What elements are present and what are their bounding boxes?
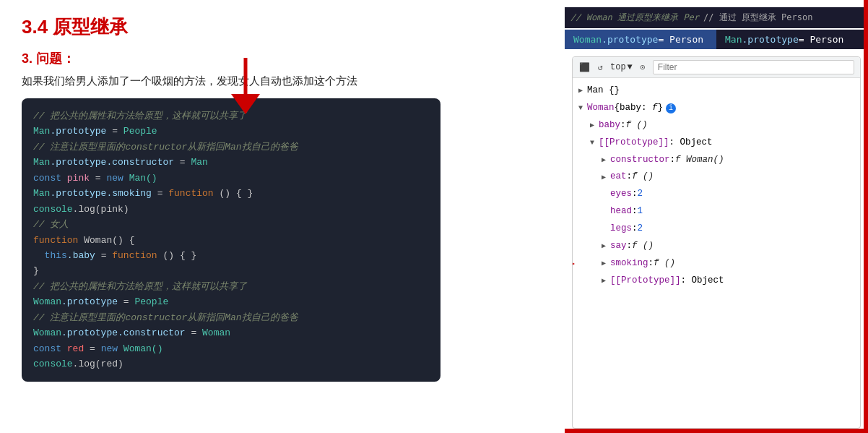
main-container: 3.4 原型继承 3. 问题： 如果我们给男人添加了一个吸烟的方法，发现女人自动… bbox=[0, 0, 868, 433]
proto-man-dot: .prototype bbox=[742, 34, 798, 45]
prototype-outer-colon: : Object bbox=[669, 135, 713, 151]
legs-colon: : bbox=[632, 221, 638, 237]
code-line-6: Man.prototype.smoking = function () { } bbox=[33, 186, 429, 201]
prototype-inner-row[interactable]: [[Prototype]] : Object bbox=[578, 273, 854, 290]
constructor-row[interactable]: constructor : f Woman() bbox=[578, 152, 854, 169]
smoking-key: smoking bbox=[610, 256, 648, 272]
prototype-inner-colon: : Object bbox=[681, 273, 724, 289]
smoking-row[interactable]: smoking : f () bbox=[578, 255, 854, 273]
head-row: head : 1 bbox=[578, 203, 854, 220]
smoking-triangle[interactable] bbox=[602, 257, 610, 270]
head-key: head bbox=[610, 204, 632, 220]
prototype-outer-triangle[interactable] bbox=[590, 137, 599, 150]
head-value: 1 bbox=[638, 204, 643, 220]
prototype-outer-key: [[Prototype]] bbox=[599, 135, 669, 151]
proto-woman-assign: Woman.prototype = Person bbox=[565, 30, 716, 49]
baby-key: baby bbox=[599, 118, 620, 134]
baby-row[interactable]: baby : f () bbox=[578, 117, 854, 134]
code-line-16: const red = new Woman() bbox=[33, 341, 429, 356]
proto-assign-bar: Woman.prototype = Person Man.prototype =… bbox=[565, 30, 868, 49]
svg-marker-1 bbox=[231, 94, 260, 114]
bottom-red-bar bbox=[565, 429, 868, 433]
devtools-content: Man {} Woman {baby: f} i baby : f () bbox=[573, 78, 860, 294]
proto-man-label: Man bbox=[725, 34, 742, 45]
legs-value: 2 bbox=[638, 221, 643, 237]
red-arrow-indicator bbox=[572, 257, 575, 270]
woman-collapse-triangle[interactable] bbox=[578, 102, 587, 115]
devtools-icon-2[interactable]: ↺ bbox=[594, 61, 606, 73]
constructor-key: constructor bbox=[610, 153, 670, 168]
code-line-11: } bbox=[33, 263, 429, 278]
proto-eq: = Person bbox=[658, 34, 703, 45]
section-title: 3.4 原型继承 bbox=[22, 14, 543, 40]
vertical-red-line bbox=[864, 0, 868, 433]
code-line-17: console.log(red) bbox=[33, 356, 429, 372]
say-colon: : bbox=[627, 239, 633, 254]
eyes-colon: : bbox=[632, 187, 638, 202]
head-colon: : bbox=[632, 204, 638, 220]
devtools-icon-3[interactable]: ⊙ bbox=[637, 61, 648, 73]
top-select[interactable]: top ▼ bbox=[610, 62, 633, 72]
eyes-row: eyes : 2 bbox=[578, 186, 854, 203]
constructor-value: f Woman() bbox=[675, 153, 724, 168]
big-red-arrow bbox=[224, 58, 267, 119]
say-value: f () bbox=[632, 239, 654, 254]
proto-woman-label: Woman bbox=[573, 34, 602, 45]
prototype-inner-key: [[Prototype]] bbox=[610, 273, 681, 289]
svg-marker-3 bbox=[572, 259, 575, 269]
code-line-4: Man.prototype.constructor = Man bbox=[33, 155, 429, 170]
prototype-inner-triangle[interactable] bbox=[602, 275, 610, 288]
proto-man-eq: = Person bbox=[799, 34, 844, 45]
code-line-14: // 注意让原型里面的constructor从新指回Man找自己的爸爸 bbox=[33, 310, 429, 325]
man-obj-label: Man {} bbox=[587, 83, 620, 99]
sub-title: 3. 问题： bbox=[22, 50, 543, 67]
devtools-panel: ⬛ ↺ top ▼ ⊙ Man {} Woman bbox=[572, 56, 861, 429]
top-prototype-bar: // Woman 通过原型来继承 Per // 通过 原型继承 Person bbox=[565, 7, 868, 28]
baby-triangle[interactable] bbox=[590, 119, 599, 132]
eat-triangle[interactable] bbox=[602, 171, 610, 184]
woman-obj-value: {baby: f} bbox=[615, 100, 664, 116]
smoking-value: f () bbox=[654, 256, 675, 272]
topbar-comment-woman: // Woman 通过原型来继承 Per bbox=[570, 12, 703, 24]
code-line-15: Woman.prototype.constructor = Woman bbox=[33, 325, 429, 340]
code-line-12: // 把公共的属性和方法给原型，这样就可以共享了 bbox=[33, 279, 429, 294]
eat-row[interactable]: eat : f () bbox=[578, 168, 854, 186]
proto-man-assign: Man.prototype = Person bbox=[716, 30, 868, 49]
say-triangle[interactable] bbox=[602, 240, 610, 253]
devtools-icon-1[interactable]: ⬛ bbox=[578, 61, 590, 73]
devtools-toolbar: ⬛ ↺ top ▼ ⊙ bbox=[573, 57, 860, 78]
eat-value: f () bbox=[632, 169, 654, 185]
topbar-comment-man: // 通过 原型继承 Person bbox=[703, 12, 817, 24]
baby-colon: : bbox=[620, 118, 626, 134]
legs-row: legs : 2 bbox=[578, 220, 854, 238]
constructor-colon: : bbox=[670, 153, 676, 168]
code-line-9: function Woman() { bbox=[33, 233, 429, 248]
info-icon[interactable]: i bbox=[666, 103, 676, 113]
eat-colon: : bbox=[627, 169, 633, 185]
man-object-row[interactable]: Man {} bbox=[578, 82, 854, 100]
prototype-outer-row[interactable]: [[Prototype]] : Object bbox=[578, 134, 854, 152]
left-panel: 3.4 原型继承 3. 问题： 如果我们给男人添加了一个吸烟的方法，发现女人自动… bbox=[0, 0, 565, 433]
top-label: top bbox=[610, 62, 626, 72]
say-row[interactable]: say : f () bbox=[578, 238, 854, 255]
legs-key: legs bbox=[610, 221, 632, 237]
eyes-value: 2 bbox=[638, 187, 643, 202]
eyes-key: eyes bbox=[610, 187, 632, 202]
code-block: // 把公共的属性和方法给原型，这样就可以共享了 Man.prototype =… bbox=[22, 98, 440, 382]
say-key: say bbox=[610, 239, 627, 254]
code-line-3: // 注意让原型里面的constructor从新指回Man找自己的爸爸 bbox=[33, 140, 429, 155]
eat-key: eat bbox=[610, 169, 627, 185]
code-line-10: this.baby = function () { } bbox=[33, 248, 429, 263]
right-panel: // Woman 通过原型来继承 Per // 通过 原型继承 Person W… bbox=[565, 0, 868, 433]
code-line-5: const pink = new Man() bbox=[33, 171, 429, 186]
code-line-7: console.log(pink) bbox=[33, 202, 429, 217]
code-line-13: Woman.prototype = People bbox=[33, 294, 429, 309]
chevron-down-icon: ▼ bbox=[628, 62, 633, 72]
baby-value: f () bbox=[626, 118, 648, 134]
filter-input[interactable] bbox=[653, 60, 854, 74]
constructor-triangle[interactable] bbox=[602, 154, 610, 167]
woman-object-row[interactable]: Woman {baby: f} i bbox=[578, 100, 854, 117]
man-collapse-triangle[interactable] bbox=[578, 85, 587, 98]
proto-woman-dot: .prototype bbox=[602, 34, 658, 45]
smoking-colon: : bbox=[648, 256, 654, 272]
